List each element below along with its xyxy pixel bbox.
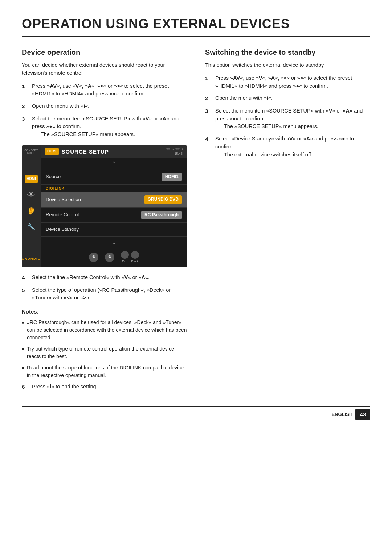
menu-row-remote-control: Remote Control RC Passthrough <box>41 208 187 223</box>
screen-main: HDMI SOURCE SETUP 20.09.2010 15:46 ⌃ Sou… <box>41 145 187 267</box>
screen-header: HDMI SOURCE SETUP 20.09.2010 15:46 <box>41 145 187 158</box>
sidebar-eye-icon: 👁 <box>25 188 38 201</box>
step-6: 6 Press »i« to end the setting. <box>22 383 187 391</box>
screen-sidebar: COMFORT GUIDE HDMI 👁 👂 🔧 GRUN <box>22 145 41 267</box>
device-operation-intro: You can decide whether external devices … <box>22 61 187 77</box>
right-column: Switching the device to standby This opt… <box>205 47 370 395</box>
sidebar-icon-top <box>25 159 38 169</box>
step-4: 4 Select the line »Remote Control« with … <box>22 274 187 282</box>
btn-1: ① <box>89 253 98 262</box>
btn-circle-exit <box>121 251 129 259</box>
page-footer: ENGLISH 43 <box>22 406 370 420</box>
sidebar-wrench-icon: 🔧 <box>25 220 38 233</box>
source-setup-title: SOURCE SETUP <box>62 148 163 156</box>
notes-section: Notes: »RC Passthrough« can be used for … <box>22 308 187 379</box>
step-1: 1 Press »AV«, use »V«, »A«, »<« or »>« t… <box>22 82 187 98</box>
left-steps-list-3: 6 Press »i« to end the setting. <box>22 383 187 391</box>
footer-page-number: 43 <box>355 409 370 420</box>
btn-circle-back <box>131 251 139 259</box>
standby-intro: This option switches the external device… <box>205 61 370 69</box>
page-title: OPERATION USING EXTERNAL DEVICES <box>22 15 370 37</box>
step-3: 3 Select the menu item »SOURCE SETUP« wi… <box>22 115 187 139</box>
screen-bottom-controls: ① ② Exit Back <box>41 248 187 267</box>
note-3: Read about the scope of functions of the… <box>22 364 187 379</box>
comfort-guide-label: COMFORT GUIDE <box>22 149 41 154</box>
menu-row-source: Source HDMI1 <box>41 169 187 185</box>
left-column: Device operation You can decide whether … <box>22 47 187 395</box>
step-2: 2 Open the menu with »i«. <box>22 102 187 111</box>
right-step-1: 1 Press »AV«, use »V«, »A«, »<« or »>« t… <box>205 74 370 90</box>
digilink-label: DIGILINK <box>41 185 187 192</box>
btn-2: ② <box>105 253 114 262</box>
notes-title: Notes: <box>22 308 187 316</box>
screen-date: 20.09.2010 15:46 <box>166 147 183 156</box>
device-operation-title: Device operation <box>22 47 187 58</box>
right-steps-list: 1 Press »AV«, use »V«, »A«, »<« or »>« t… <box>205 74 370 159</box>
sidebar-hdmi-icon: HDMI <box>25 172 38 185</box>
chevron-up-icon: ⌃ <box>41 158 187 169</box>
menu-row-device-selection: Device Selection GRUNDIG DVD <box>41 192 187 207</box>
grundig-logo: GRUNDIG <box>22 257 41 263</box>
footer-language: ENGLISH <box>332 411 353 418</box>
exit-label: Exit <box>122 259 127 263</box>
note-2: Try out which type of remote control ope… <box>22 345 187 360</box>
standby-title: Switching the device to standby <box>205 47 370 58</box>
menu-row-device-standby: Device Standby <box>41 223 187 237</box>
right-step-4: 4 Select »Device Standby« with »V« or »A… <box>205 135 370 159</box>
btn-group-exit-back: Exit Back <box>121 251 139 263</box>
screen-menu: Source HDMI1 DIGILINK Device Selection G… <box>41 169 187 237</box>
btn-group-1: ① <box>89 253 98 262</box>
back-label: Back <box>131 259 138 263</box>
screen-mockup: COMFORT GUIDE HDMI 👁 👂 🔧 GRUN <box>22 145 187 267</box>
sidebar-ear-icon: 👂 <box>25 204 38 217</box>
step-5: 5 Select the type of operation (»RC Pass… <box>22 286 187 302</box>
left-steps-list-2: 4 Select the line »Remote Control« with … <box>22 274 187 302</box>
hdmi-badge: HDMI <box>45 148 59 155</box>
btn-group-2: ② <box>105 253 114 262</box>
notes-list: »RC Passthrough« can be used for all dev… <box>22 319 187 379</box>
note-1: »RC Passthrough« can be used for all dev… <box>22 319 187 342</box>
right-step-2: 2 Open the menu with »i«. <box>205 94 370 103</box>
right-step-3: 3 Select the menu item »SOURCE SETUP« wi… <box>205 107 370 131</box>
chevron-down-icon: ⌄ <box>41 237 187 248</box>
left-steps-list: 1 Press »AV«, use »V«, »A«, »<« or »>« t… <box>22 82 187 139</box>
